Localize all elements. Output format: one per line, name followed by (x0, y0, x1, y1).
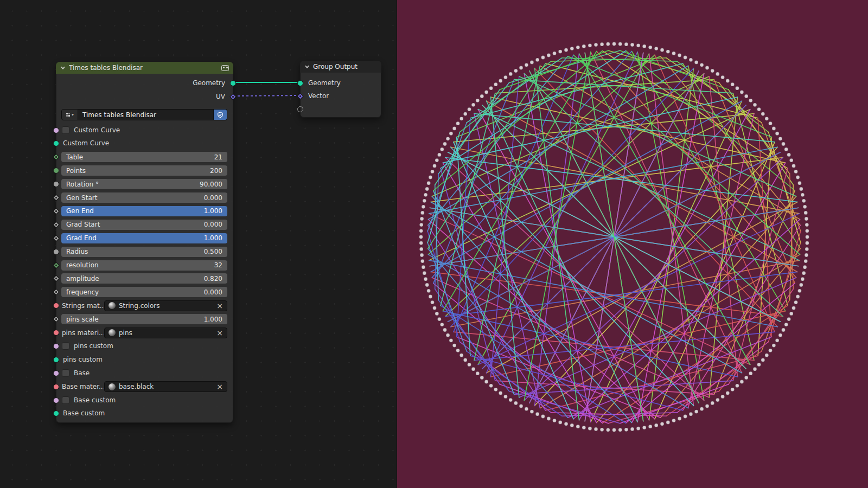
node-group-icon (221, 65, 229, 71)
socket-base[interactable] (53, 370, 59, 376)
field-label: Gen End (66, 207, 94, 215)
material-name: String.colors (119, 302, 213, 310)
socket-custom-curve[interactable] (53, 140, 59, 146)
checkbox-base-custom[interactable] (62, 396, 69, 404)
input-row-resolution: resolution32 (56, 259, 233, 272)
field-label: Grad Start (66, 221, 100, 228)
value-field-amplitude[interactable]: amplitude0.820 (61, 273, 227, 284)
input-row-gen-start: Gen Start0.000 (56, 191, 233, 204)
input-row-base-mater: Base mater...base.black× (56, 380, 233, 393)
field-value: 200 (210, 167, 222, 175)
socket-rotation[interactable] (53, 181, 59, 187)
browse-node-group-button[interactable]: ▾ (61, 109, 78, 120)
socket-pins-materi[interactable] (53, 330, 59, 336)
output-row-uv: UV (56, 90, 233, 103)
node-times-tables[interactable]: Times tables Blendisar ▾ Times tables Bl… (56, 62, 233, 423)
socket-points[interactable] (53, 168, 59, 174)
value-field-gen-start[interactable]: Gen Start0.000 (61, 192, 227, 203)
socket-geometry[interactable] (297, 80, 303, 86)
socket-base-custom[interactable] (53, 410, 59, 416)
socket-base-custom[interactable] (53, 397, 59, 403)
input-row-base-custom: Base custom (56, 394, 233, 407)
viewport-3d[interactable] (397, 0, 868, 488)
field-label: Table (66, 153, 83, 161)
field-value: 1.000 (204, 207, 222, 215)
input-row-rotation: Rotation °90.000 (56, 178, 233, 191)
field-value: 21 (214, 153, 222, 161)
node-group-output[interactable]: Group Output GeometryVector (300, 61, 381, 118)
go-input-row-geometry: Geometry (301, 76, 381, 89)
field-label: resolution (66, 261, 99, 269)
times-table-lines (427, 50, 801, 423)
socket-geometry[interactable] (230, 80, 236, 86)
checkbox-custom-curve[interactable] (62, 126, 69, 134)
collapse-chevron-icon[interactable] (60, 65, 66, 70)
input-row-frequency: frequency0.000 (56, 286, 233, 299)
input-row-points: Points200 (56, 164, 233, 177)
input-row-grad-end: Grad End1.000 (56, 232, 233, 245)
value-field-grad-end[interactable]: Grad End1.000 (61, 233, 227, 243)
node-title: Times tables Blendisar (69, 64, 143, 72)
input-row-table: Table21 (56, 151, 233, 164)
field-value: 90.000 (200, 181, 222, 188)
output-node-header[interactable]: Group Output (300, 61, 381, 73)
field-value: 0.000 (204, 221, 222, 228)
material-icon (108, 302, 116, 309)
input-row-pins-scale: pins scale1.000 (56, 313, 233, 326)
unlink-material-button[interactable]: × (216, 329, 223, 337)
value-field-frequency[interactable]: frequency0.000 (61, 287, 227, 297)
value-field-points[interactable]: Points200 (61, 165, 227, 176)
field-value: 0.000 (204, 288, 222, 296)
collapse-chevron-icon[interactable] (304, 64, 310, 69)
input-row-base-custom: Base custom (56, 407, 233, 420)
node-group-name-field[interactable]: Times tables Blendisar (78, 109, 214, 120)
field-value: 0.500 (204, 248, 222, 255)
field-value: 1.000 (204, 316, 222, 323)
shield-check-icon (217, 112, 224, 118)
field-label: frequency (66, 288, 99, 296)
material-selector-pins[interactable]: pins× (104, 328, 227, 338)
socket-pins-custom[interactable] (53, 343, 59, 349)
value-field-rotation[interactable]: Rotation °90.000 (61, 179, 227, 189)
go-input-row-virtual (301, 102, 381, 115)
value-field-radius[interactable]: Radius0.500 (61, 247, 227, 257)
material-name: pins (119, 329, 213, 337)
value-field-gen-end[interactable]: Gen End1.000 (61, 206, 227, 216)
material-selector-string-colors[interactable]: String.colors× (104, 300, 227, 311)
input-row-custom-curve: Custom Curve (56, 137, 233, 150)
output-label: Geometry (193, 79, 225, 87)
row-label: Base custom (74, 396, 116, 404)
socket-radius[interactable] (53, 249, 59, 255)
socket-virtual-socket[interactable] (297, 106, 303, 112)
socket-base-mater[interactable] (53, 384, 59, 390)
row-label: Strings mat... (62, 302, 104, 310)
main-node-header[interactable]: Times tables Blendisar (56, 62, 233, 74)
socket-pins-custom[interactable] (53, 357, 59, 363)
unlink-material-button[interactable]: × (216, 302, 223, 310)
node-link-1[interactable] (233, 95, 300, 96)
value-field-grad-start[interactable]: Grad Start0.000 (61, 220, 227, 230)
row-label: pins materi... (62, 329, 104, 337)
unlink-material-button[interactable]: × (216, 383, 223, 390)
field-value: 0.000 (204, 194, 222, 202)
value-field-pins-scale[interactable]: pins scale1.000 (61, 314, 227, 324)
value-field-resolution[interactable]: resolution32 (61, 260, 227, 271)
node-group-name: Times tables Blendisar (82, 111, 156, 119)
row-label: Custom Curve (74, 126, 120, 134)
socket-strings-mat[interactable] (53, 303, 59, 309)
field-label: Gen Start (66, 194, 97, 202)
material-name: base.black (119, 383, 213, 390)
value-field-table[interactable]: Table21 (61, 152, 227, 162)
chevron-down-icon: ▾ (72, 113, 74, 117)
field-label: Radius (66, 248, 88, 255)
checkbox-base[interactable] (62, 369, 69, 377)
checkbox-pins-custom[interactable] (62, 342, 69, 350)
node-editor[interactable]: Times tables Blendisar ▾ Times tables Bl… (0, 0, 397, 488)
fake-user-toggle[interactable] (214, 109, 227, 120)
nodetree-mini-icon (66, 112, 71, 117)
row-label: Base mater... (62, 383, 104, 390)
input-row-custom-curve: Custom Curve (56, 124, 233, 137)
row-label: pins custom (74, 342, 113, 350)
material-selector-base-black[interactable]: base.black× (104, 381, 227, 392)
socket-custom-curve[interactable] (53, 127, 59, 133)
